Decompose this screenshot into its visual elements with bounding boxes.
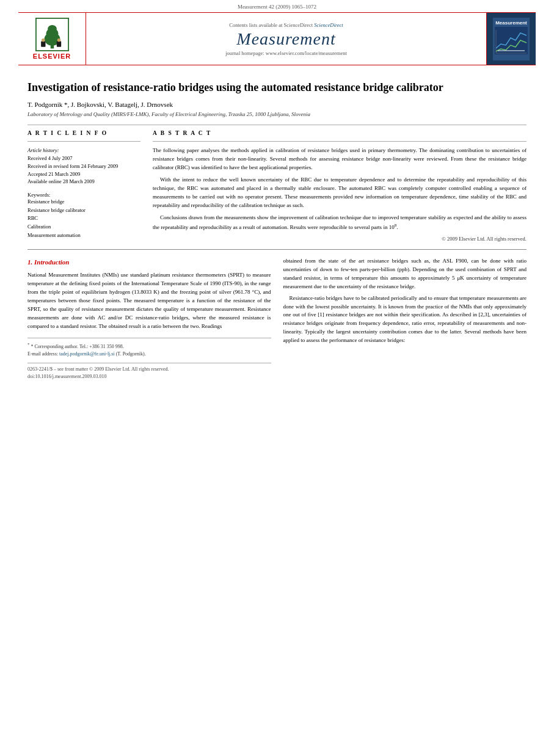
sciencedirect-link[interactable]: ScienceDirect [314,22,343,28]
journal-center-header: Contents lists available at ScienceDirec… [86,13,487,65]
elsevier-tree-icon [35,18,69,51]
info-divider [27,141,140,142]
keyword-1: Resistance bridge [27,198,140,206]
svg-rect-9 [495,27,528,54]
journal-volume-line: Measurement 42 (2009) 1065–1072 [0,0,554,12]
email-author-name: (T. Podgornik). [116,351,146,357]
intro-right-para-2: Resistance-ratio bridges have to be cali… [283,294,527,346]
affiliation-line: Laboratory of Metrology and Quality (MIR… [27,111,527,117]
header-divider [27,125,527,125]
journal-volume: Measurement 42 (2009) 1065–1072 [238,4,316,10]
article-body: Investigation of resistance-ratio bridge… [0,65,554,393]
keywords-block: Keywords: Resistance bridge Resistance b… [27,192,140,239]
intro-para-1: National Measurement Institutes (NMIs) u… [27,271,271,331]
available-date: Available online 28 March 2009 [27,178,140,186]
elsevier-logo: ELSEVIER [33,18,71,60]
elsevier-logo-area: ELSEVIER [18,13,86,65]
main-body-section: 1. Introduction National Measurement Ins… [27,257,527,381]
abstract-para-3: Conclusions drawn from the measurements … [153,214,527,232]
received-date: Received 4 July 2007 [27,154,140,162]
svg-point-7 [57,38,60,42]
journal-name-display: Measurement [236,29,335,49]
article-history-block: Article history: Received 4 July 2007 Re… [27,147,140,186]
page-container: Measurement 42 (2009) 1065–1072 [0,0,554,756]
article-info-col: A R T I C L E I N F O Article history: R… [27,130,140,241]
footnote-star: * [27,342,30,347]
keyword-2: Resistance bridge calibrator [27,206,140,215]
section1-left-text: National Measurement Institutes (NMIs) u… [27,271,271,331]
cover-image [495,27,528,54]
copyright-text: 0263-2241/$ – see front matter © 2009 El… [27,366,271,373]
history-label: Article history: [27,147,140,154]
keywords-label: Keywords: [27,192,140,198]
svg-rect-4 [41,42,45,47]
main-col-right: obtained from the state of the art resis… [283,257,527,381]
abstract-para-1: The following paper analyses the methods… [153,147,527,172]
article-title: Investigation of resistance-ratio bridge… [27,81,527,95]
svg-point-5 [42,38,45,42]
section1-heading: 1. Introduction [27,257,271,267]
bottom-copyright-area: 0263-2241/$ – see front matter © 2009 El… [27,363,271,381]
cover-chart-icon [495,27,528,54]
doi-line: doi:10.1016/j.measurement.2009.03.010 [27,373,271,380]
article-info-heading: A R T I C L E I N F O [27,130,140,136]
section1-right-text: obtained from the state of the art resis… [283,257,527,345]
accepted-date: Accepted 21 March 2009 [27,170,140,178]
abstract-text: The following paper analyses the methods… [153,147,527,231]
main-section-divider [27,249,527,250]
keyword-4: Calibration [27,223,140,231]
email-label: E-mail address: [27,351,58,357]
main-col-left: 1. Introduction National Measurement Ins… [27,257,271,381]
journal-header: ELSEVIER Contents lists available at Sci… [18,12,536,65]
keyword-3: RBC [27,214,140,223]
journal-cover-area: Measurement [487,13,536,65]
cover-journal-name: Measurement [495,20,527,26]
email-note: E-mail address: tadej.podgornik@fe.uni-l… [27,351,271,358]
revised-date: Received in revised form 24 February 200… [27,162,140,170]
info-abstract-section: A R T I C L E I N F O Article history: R… [27,130,527,241]
corresponding-author-note: * * Corresponding author. Tel.: +386 31 … [27,341,271,351]
abstract-copyright: © 2009 Elsevier Ltd. All rights reserved… [153,236,527,242]
elsevier-wordmark: ELSEVIER [33,53,71,60]
homepage-line: journal homepage: www.elsevier.com/locat… [225,50,347,56]
abstract-para-2: With the intent to reduce the well known… [153,176,527,210]
abstract-divider [153,141,527,142]
footnotes-area: * * Corresponding author. Tel.: +386 31 … [27,338,271,358]
journal-cover-thumbnail: Measurement [493,18,530,60]
intro-right-para-1: obtained from the state of the art resis… [283,257,527,291]
svg-rect-6 [56,42,60,47]
abstract-col: A B S T R A C T The following paper anal… [153,130,527,241]
email-address[interactable]: tadej.podgornik@fe.uni-lj.si [59,351,115,357]
svg-point-3 [48,25,57,33]
keyword-5: Measurement automation [27,231,140,240]
abstract-heading: A B S T R A C T [153,130,527,136]
authors-line: T. Podgornik *, J. Bojkovski, V. Batagel… [27,101,527,108]
sciencedirect-line: Contents lists available at ScienceDirec… [229,22,343,28]
